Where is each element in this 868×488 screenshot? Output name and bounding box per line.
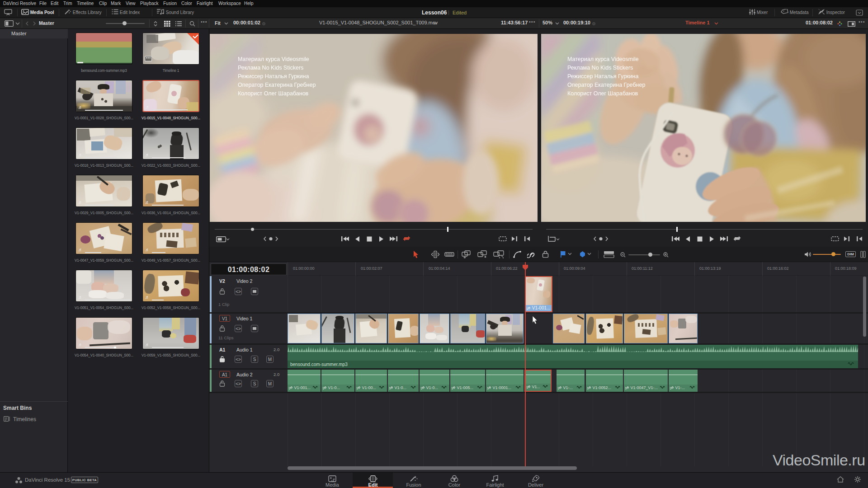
svg-text:Режиссер Наталья Гуркина: Режиссер Наталья Гуркина [567, 73, 638, 80]
svg-text:Оператор Екатерина Гребнер: Оператор Екатерина Гребнер [238, 82, 316, 88]
svg-text:Оператор Екатерина Гребнер: Оператор Екатерина Гребнер [567, 82, 645, 88]
svg-text:Колорист Олег Шарабанов: Колорист Олег Шарабанов [238, 90, 309, 97]
svg-text:Колорист Олег Шарабанов: Колорист Олег Шарабанов [567, 90, 638, 97]
svg-text:Реклама No Kids Stickers: Реклама No Kids Stickers [567, 65, 633, 71]
svg-text:Реклама No Kids Stickers: Реклама No Kids Stickers [238, 65, 303, 71]
svg-text:Режиссер Наталья Гуркина: Режиссер Наталья Гуркина [238, 73, 309, 80]
svg-text:Материал курса Videosmile: Материал курса Videosmile [238, 56, 309, 62]
svg-text:Материал курса Videosmile: Материал курса Videosmile [567, 56, 639, 62]
